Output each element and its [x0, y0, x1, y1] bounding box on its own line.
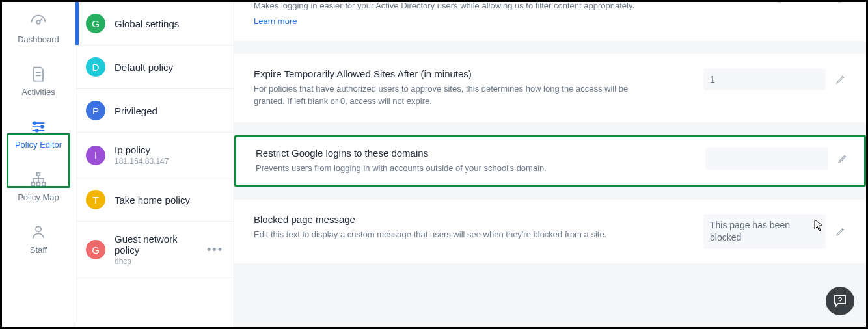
google-domains-value[interactable]: [705, 148, 828, 170]
policy-name: Guest network policy: [115, 233, 198, 256]
svg-rect-5: [32, 183, 35, 186]
nav-label: Activities: [21, 87, 55, 97]
policy-name: Global settings: [115, 18, 179, 29]
setting-title: Blocked page message: [254, 214, 657, 225]
hierarchy-icon: [29, 170, 47, 189]
nav-label: Policy Editor: [15, 140, 62, 150]
gauge-icon: [29, 12, 47, 31]
nav-label: Staff: [30, 245, 47, 255]
nav-policy-editor[interactable]: Policy Editor: [2, 107, 75, 160]
setting-blocked-message: Blocked page message Edit this text to d…: [254, 200, 847, 263]
left-nav: Dashboard Activities Policy Editor Polic…: [2, 2, 75, 327]
document-icon: [29, 65, 47, 83]
main-panel: Enable active directory single sign-on M…: [234, 2, 866, 327]
setting-desc: For policies that have authorized users …: [254, 83, 657, 108]
setting-title: Expire Temporarily Allowed Sites After (…: [254, 68, 657, 79]
setting-google-card: Restrict Google logins to these domains …: [234, 135, 866, 187]
svg-rect-7: [42, 183, 46, 186]
nav-label: Dashboard: [18, 34, 59, 44]
setting-sso: Enable active directory single sign-on M…: [254, 2, 847, 41]
app-frame: Dashboard Activities Policy Editor Polic…: [0, 0, 868, 329]
policy-sub: dhcp: [115, 257, 198, 266]
policy-badge: D: [86, 57, 105, 77]
policy-name: Ip policy: [115, 144, 169, 155]
policy-default[interactable]: D Default policy: [75, 46, 234, 89]
policy-badge: G: [86, 14, 105, 33]
setting-expire: Expire Temporarily Allowed Sites After (…: [254, 54, 847, 122]
nav-policy-map[interactable]: Policy Map: [2, 160, 75, 213]
blocked-message-value[interactable]: This page has been blocked: [703, 214, 826, 249]
edit-icon[interactable]: [837, 153, 848, 164]
policy-global-settings[interactable]: G Global settings: [75, 2, 234, 46]
learn-more-link[interactable]: Learn more: [254, 16, 297, 26]
policy-list: G Global settings D Default policy P Pri…: [75, 2, 234, 327]
help-icon: [832, 293, 848, 309]
setting-blocked-card: Blocked page message Edit this text to d…: [234, 200, 866, 263]
policy-name: Privileged: [115, 105, 157, 116]
setting-sso-card: Enable active directory single sign-on M…: [234, 2, 866, 41]
sliders-icon: [29, 118, 47, 136]
policy-name: Default policy: [115, 62, 173, 73]
edit-icon[interactable]: [835, 73, 847, 85]
policy-guest-network[interactable]: G Guest network policy dhcp •••: [75, 222, 234, 278]
expire-value[interactable]: 1: [703, 68, 826, 90]
policy-badge: I: [86, 146, 105, 165]
edit-icon[interactable]: [835, 226, 847, 237]
policy-ip[interactable]: I Ip policy 181.164.83.147: [75, 133, 234, 178]
person-icon: [29, 223, 47, 241]
nav-dashboard[interactable]: Dashboard: [2, 2, 75, 55]
nav-staff[interactable]: Staff: [2, 213, 75, 265]
help-button[interactable]: [826, 287, 854, 315]
setting-title: Restrict Google logins to these domains: [256, 148, 659, 159]
policy-sub: 181.164.83.147: [115, 157, 169, 166]
policy-badge: T: [86, 190, 105, 209]
policy-take-home[interactable]: T Take home policy: [75, 178, 234, 222]
policy-badge: P: [86, 101, 105, 120]
policy-name: Take home policy: [115, 194, 190, 205]
more-icon[interactable]: •••: [207, 243, 223, 257]
nav-label: Policy Map: [18, 192, 59, 202]
sso-toggle[interactable]: Off: [772, 2, 847, 3]
svg-rect-6: [37, 183, 40, 186]
svg-rect-4: [37, 173, 40, 176]
setting-google-restrict: Restrict Google logins to these domains …: [234, 135, 866, 187]
svg-point-8: [36, 226, 41, 231]
setting-desc: Edit this text to display a custom messa…: [254, 229, 657, 241]
policy-badge: G: [86, 240, 105, 259]
nav-activities[interactable]: Activities: [2, 55, 75, 107]
setting-desc: Makes logging in easier for your Active …: [254, 2, 657, 12]
policy-privileged[interactable]: P Privileged: [75, 89, 234, 133]
setting-expire-card: Expire Temporarily Allowed Sites After (…: [234, 54, 866, 122]
setting-desc: Prevents users from logging in with acco…: [256, 163, 659, 175]
